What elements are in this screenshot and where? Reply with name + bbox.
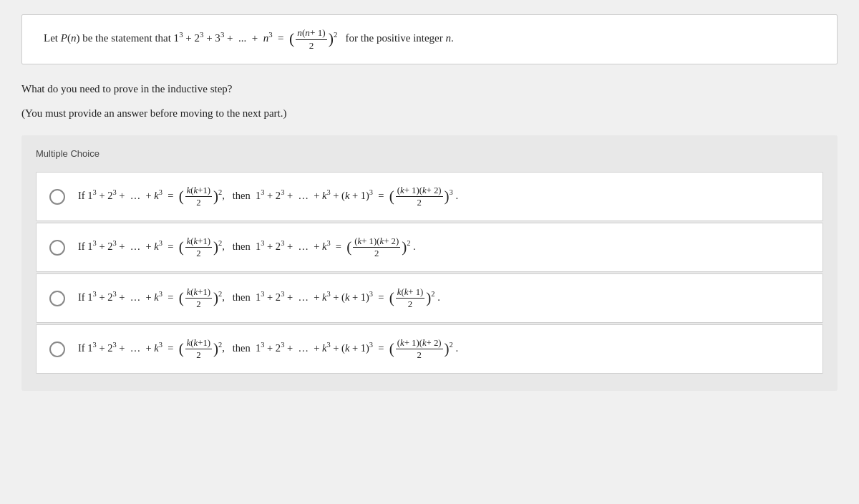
statement-text: Let P(n) be the statement that 13 + 23 +… bbox=[44, 28, 815, 51]
option-b-content: If 13 + 23 + … + k3 = (k(k+1)2)2, then 1… bbox=[78, 236, 808, 258]
mc-label: Multiple Choice bbox=[36, 148, 823, 159]
statement-box: Let P(n) be the statement that 13 + 23 +… bbox=[21, 14, 838, 64]
option-c-radio[interactable] bbox=[49, 291, 65, 306]
option-c-row[interactable]: If 13 + 23 + … + k3 = (k(k+1)2)2, then 1… bbox=[36, 273, 823, 323]
question-sub: (You must provide an answer before movin… bbox=[21, 105, 838, 123]
multiple-choice-container: Multiple Choice If 13 + 23 + … + k3 = (k… bbox=[21, 135, 838, 391]
option-d-content: If 13 + 23 + … + k3 = (k(k+1)2)2, then 1… bbox=[78, 338, 808, 360]
option-a-radio[interactable] bbox=[49, 189, 65, 205]
question-main: What do you need to prove in the inducti… bbox=[21, 80, 838, 99]
option-a-row[interactable]: If 13 + 23 + … + k3 = (k(k+1)2)2, then 1… bbox=[36, 172, 823, 221]
option-b-row[interactable]: If 13 + 23 + … + k3 = (k(k+1)2)2, then 1… bbox=[36, 223, 823, 272]
option-d-radio[interactable] bbox=[49, 341, 65, 357]
option-d-row[interactable]: If 13 + 23 + … + k3 = (k(k+1)2)2, then 1… bbox=[36, 324, 823, 374]
option-c-content: If 13 + 23 + … + k3 = (k(k+1)2)2, then 1… bbox=[78, 287, 808, 309]
option-a-content: If 13 + 23 + … + k3 = (k(k+1)2)2, then 1… bbox=[78, 185, 808, 208]
page-wrapper: Let P(n) be the statement that 13 + 23 +… bbox=[0, 14, 859, 391]
option-b-radio[interactable] bbox=[49, 240, 65, 256]
